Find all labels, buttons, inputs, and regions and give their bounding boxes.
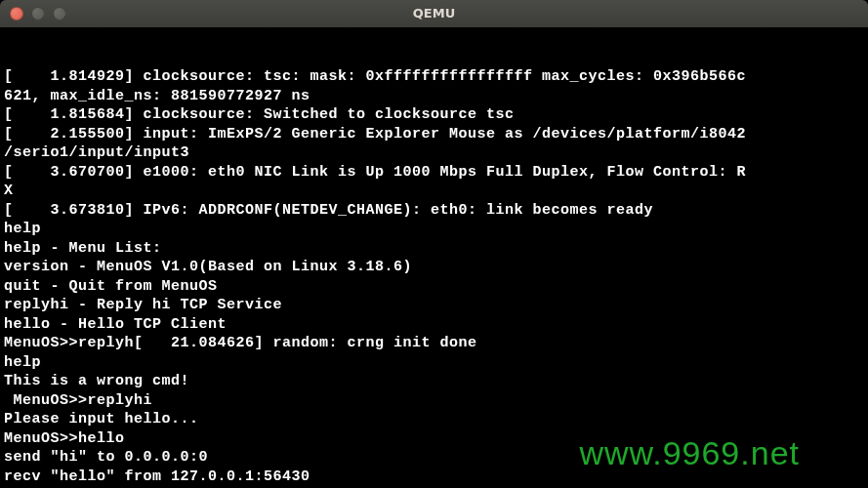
minimize-icon[interactable] (31, 7, 45, 20)
terminal-line: 621, max_idle_ns: 881590772927 ns (4, 87, 864, 106)
close-icon[interactable] (10, 7, 23, 20)
terminal-line: This is a wrong cmd! (4, 372, 864, 391)
maximize-icon[interactable] (53, 7, 66, 20)
terminal-line: send "hi" to 0.0.0.0:0 (4, 448, 864, 468)
terminal-line: [ 1.815684] clocksource: Switched to clo… (4, 105, 864, 125)
terminal-line: help (4, 353, 864, 373)
terminal-line: recv "hello" from 127.0.0.1:56430 (4, 468, 864, 487)
window-title: QEMU (0, 6, 868, 22)
terminal-line: /serio1/input/input3 (4, 143, 864, 163)
terminal-line: quit - Quit from MenuOS (4, 277, 864, 297)
terminal-line: X (4, 182, 864, 201)
terminal-line: MenuOS>>replyhi (4, 391, 864, 411)
terminal-line: MenuOS>>hello (4, 429, 864, 449)
titlebar: QEMU (0, 0, 868, 27)
terminal-line: replyhi - Reply hi TCP Service (4, 296, 864, 315)
terminal-output[interactable]: [ 1.814929] clocksource: tsc: mask: 0xff… (0, 27, 868, 488)
terminal-line: [ 2.155500] input: ImExPS/2 Generic Expl… (4, 125, 864, 144)
window-controls (0, 7, 66, 20)
terminal-line: help (4, 220, 864, 239)
terminal-line: [ 3.670700] e1000: eth0 NIC Link is Up 1… (4, 163, 864, 183)
terminal-line: [ 3.673810] IPv6: ADDRCONF(NETDEV_CHANGE… (4, 201, 864, 221)
terminal-line: version - MenuOS V1.0(Based on Linux 3.1… (4, 258, 864, 277)
terminal-line: [ 1.814929] clocksource: tsc: mask: 0xff… (4, 67, 864, 87)
terminal-line: help - Menu List: (4, 239, 864, 259)
terminal-line: hello - Hello TCP Client (4, 315, 864, 335)
terminal-line: Please input hello... (4, 410, 864, 429)
terminal-line: MenuOS>>replyh[ 21.084626] random: crng … (4, 334, 864, 353)
